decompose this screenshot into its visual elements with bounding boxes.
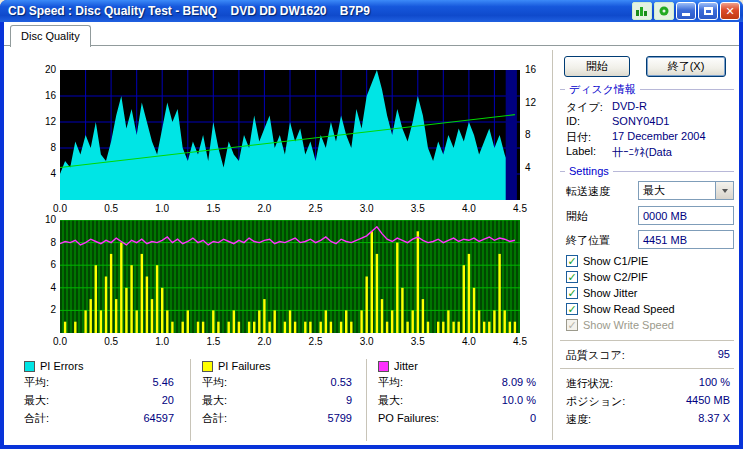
pi-failures-swatch [202,361,213,372]
transfer-speed-value: 最大 [639,183,715,198]
axis-tick-label: 12 [525,97,536,108]
checkbox-label: Show Jitter [583,287,637,299]
speed-label: 速度: [566,412,591,427]
pi-errors-swatch [24,361,35,372]
stat-value: 10.0 % [502,391,536,409]
axis-tick-label: 2 [50,304,56,315]
chart-icon[interactable] [632,2,652,20]
axis-tick-label: 16 [45,90,56,101]
checkbox-show-c1-pie[interactable]: ✓Show C1/PIE [566,254,648,267]
stat-label: 合計: [202,412,227,424]
position-label: ポジション: [566,394,625,409]
checkbox-show-c2-pif[interactable]: ✓Show C2/PIF [566,270,648,283]
stat-row: 最大:20 [24,391,174,409]
axis-tick-label: 0.0 [53,336,67,347]
stat-label: 平均: [378,376,403,388]
transfer-speed-label: 転送速度 [566,184,610,199]
stat-value: 9 [346,391,352,409]
checkbox-label: Show C1/PIE [583,255,648,267]
quality-score-label: 品質スコア: [566,348,625,363]
axis-tick-label: 4.0 [462,203,476,214]
start-position-field[interactable]: 0000 MB [638,206,734,225]
end-position-field[interactable]: 4451 MB [638,230,734,249]
stat-value: 8.09 % [502,373,536,391]
stat-label: 平均: [202,376,227,388]
disc-date-label: 日付: [566,130,591,145]
tab-disc-quality[interactable]: Disc Quality [10,25,91,47]
close-button[interactable]: ✕ [720,2,740,20]
progress-value: 100 % [638,376,730,388]
axis-tick-label: 3.5 [411,203,425,214]
minimize-button[interactable] [676,2,696,20]
axis-tick-label: 2.5 [309,203,323,214]
stat-label: PO Failures: [378,412,439,424]
stat-value: 64597 [143,409,174,427]
disc-type-value: DVD-R [612,100,647,112]
stat-label: 最大: [202,394,227,406]
axis-tick-label: 2.0 [257,203,271,214]
tab-page-border [4,45,739,46]
stat-row: 平均:5.46 [24,373,174,391]
pi-errors-chart [60,70,520,200]
titlebar-buttons: ✕ [632,2,740,20]
start-position-label: 開始 [566,209,588,224]
axis-tick-label: 2.5 [309,336,323,347]
checkbox-show-write-speed: ✓Show Write Speed [566,318,674,331]
axis-tick-label: 20 [45,64,56,75]
stat-row: PO Failures:0 [378,409,536,427]
checkbox-box[interactable]: ✓ [566,255,578,267]
checkbox-show-read-speed[interactable]: ✓Show Read Speed [566,302,675,315]
checkbox-box[interactable]: ✓ [566,303,578,315]
app-window: CD Speed : Disc Quality Test - BENQ DVD … [0,0,743,449]
stat-row: 合計:64597 [24,409,174,427]
disc-icon[interactable] [654,2,674,20]
checkbox-show-jitter[interactable]: ✓Show Jitter [566,286,637,299]
disc-info-header-text: ディスク情報 [569,82,636,97]
stat-label: 平均: [24,376,49,388]
titlebar[interactable]: CD Speed : Disc Quality Test - BENQ DVD … [0,0,743,22]
stat-label: 最大: [24,394,49,406]
axis-tick-label: 1.0 [155,336,169,347]
pi-failures-jitter-chart [60,220,520,333]
stat-value: 0.53 [331,373,352,391]
stat-group-pi-failures: PI Failures 平均:0.53 最大:9 合計:5799 [202,359,352,427]
stat-group-title: PI Failures [218,360,271,372]
checkbox-box[interactable]: ✓ [566,271,578,283]
transfer-speed-select[interactable]: 最大 [638,181,734,200]
stat-value: 0 [530,409,536,427]
axis-tick-label: 1.0 [155,203,169,214]
position-value: 4450 MB [638,394,730,406]
axis-tick-label: 8 [525,129,531,140]
stat-group-pi-errors: PI Errors 平均:5.46 最大:20 合計:64597 [24,359,174,427]
disc-date-value: 17 December 2004 [612,130,706,142]
panel-separator [560,340,734,342]
group-header-rule [640,89,734,90]
axis-tick-label: 1.5 [206,336,220,347]
stat-label: 最大: [378,394,403,406]
panel-divider [552,50,554,440]
disc-id-value: SONY04D1 [612,115,669,127]
panel-separator [560,368,734,370]
stat-row: 最大:10.0 % [378,391,536,409]
client-area: Disc Quality 481216204812160.00.51.01.52… [4,22,739,445]
disc-label-label: Label: [566,145,596,157]
stats-divider [190,359,192,441]
disc-label-value: 卄ｰﾆｹﾈ(Data [612,145,672,160]
axis-tick-label: 8 [50,142,56,153]
stat-group-title: Jitter [394,360,418,372]
axis-tick-label: 4 [525,162,531,173]
start-button[interactable]: 開始 [564,56,630,77]
stat-row: 平均:0.53 [202,373,352,391]
stats-divider [366,359,368,441]
exit-button[interactable]: 終了(X) [646,56,726,77]
stat-value: 20 [162,391,174,409]
stat-row: 合計:5799 [202,409,352,427]
chevron-down-icon[interactable] [715,182,733,199]
window-title: CD Speed : Disc Quality Test - BENQ DVD … [8,0,370,22]
maximize-button[interactable] [698,2,718,20]
axis-tick-label: 6 [50,259,56,270]
checkbox-box[interactable]: ✓ [566,287,578,299]
axis-tick-label: 0.5 [104,203,118,214]
dropdown-arrow [722,189,728,193]
axis-tick-label: 16 [525,64,536,75]
